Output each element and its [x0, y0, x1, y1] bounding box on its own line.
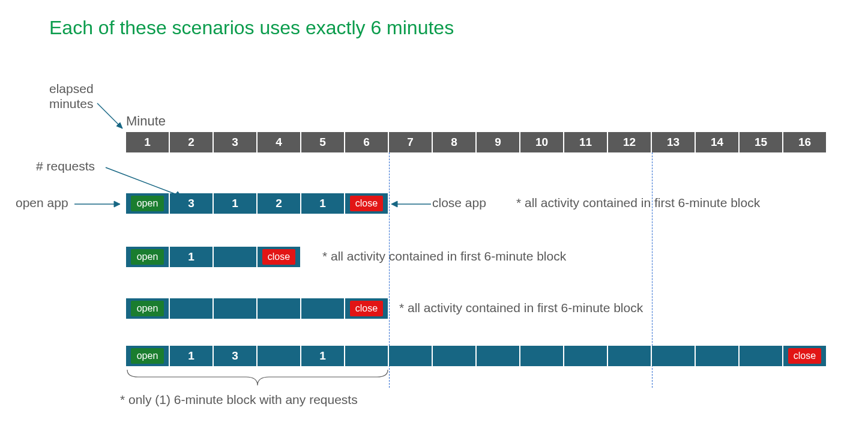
open-badge: open [131, 348, 164, 364]
minute-header-cell: 5 [301, 132, 344, 152]
timeline-cell [345, 346, 388, 366]
timeline-cell [433, 346, 475, 366]
close-badge: close [788, 348, 821, 364]
timeline-cell [258, 346, 300, 366]
label-open-app: open app [16, 196, 68, 210]
minute-header-cell: 9 [477, 132, 519, 152]
note-scenario-4: * only (1) 6-minute block with any reque… [120, 393, 358, 407]
timeline-cell: 1 [301, 193, 344, 214]
timeline-cell: 3 [170, 193, 212, 214]
minute-header-cell: 4 [258, 132, 300, 152]
timeline-cell [389, 346, 432, 366]
label-elapsed-minutes: elapsed minutes [49, 81, 94, 111]
diagram-title: Each of these scenarios uses exactly 6 m… [49, 17, 454, 39]
minute-header-cell: 13 [652, 132, 695, 152]
open-badge: open [131, 249, 164, 265]
close-badge: close [262, 249, 295, 265]
close-badge: close [350, 301, 383, 316]
minute-header-cell: 10 [520, 132, 563, 152]
open-badge: open [131, 301, 164, 316]
svg-marker-5 [114, 201, 120, 207]
timeline-cell: 3 [214, 346, 256, 366]
svg-marker-7 [391, 201, 397, 207]
timeline-cell [258, 298, 300, 319]
minute-header-cell: 3 [214, 132, 256, 152]
minute-header-cell: 11 [564, 132, 607, 152]
timeline-cell [214, 247, 256, 267]
minute-header-cell: 16 [783, 132, 826, 152]
minute-header-cell: 12 [608, 132, 651, 152]
minute-header-cell: 7 [389, 132, 432, 152]
close-badge: close [350, 196, 383, 211]
timeline-cell [652, 346, 695, 366]
minute-header-cell: 2 [170, 132, 212, 152]
timeline-cell [564, 346, 607, 366]
timeline-cell [608, 346, 651, 366]
timeline-cell: 2 [258, 193, 300, 214]
minute-header-cell: 6 [345, 132, 388, 152]
label-minute-header: Minute [126, 113, 166, 129]
curly-brace-icon [126, 369, 389, 388]
svg-line-2 [106, 167, 181, 196]
timeline-cell [214, 298, 256, 319]
timeline-cell [170, 298, 212, 319]
note-scenario-3: * all activity contained in first 6-minu… [399, 301, 643, 315]
arrow-open-app [73, 198, 127, 210]
minute-header-cell: 14 [696, 132, 738, 152]
timeline-cell [740, 346, 782, 366]
open-badge: open [131, 196, 164, 211]
timeline-cell: 1 [170, 346, 212, 366]
note-scenario-1: * all activity contained in first 6-minu… [516, 196, 760, 210]
arrow-close-app [384, 198, 432, 210]
minute-header-cell: 1 [126, 132, 169, 152]
note-scenario-2: * all activity contained in first 6-minu… [322, 249, 566, 264]
label-close-app: close app [432, 196, 486, 210]
timeline-cell [477, 346, 519, 366]
timeline-cell: 1 [214, 193, 256, 214]
timeline-cell [520, 346, 563, 366]
minute-header-cell: 8 [433, 132, 475, 152]
timeline-cell [696, 346, 738, 366]
timeline-cell: 1 [301, 346, 344, 366]
arrow-elapsed-minutes [96, 102, 130, 136]
minute-header-cell: 15 [740, 132, 782, 152]
timeline-cell: 1 [170, 247, 212, 267]
label-number-requests: # requests [36, 159, 95, 173]
timeline-cell [301, 298, 344, 319]
